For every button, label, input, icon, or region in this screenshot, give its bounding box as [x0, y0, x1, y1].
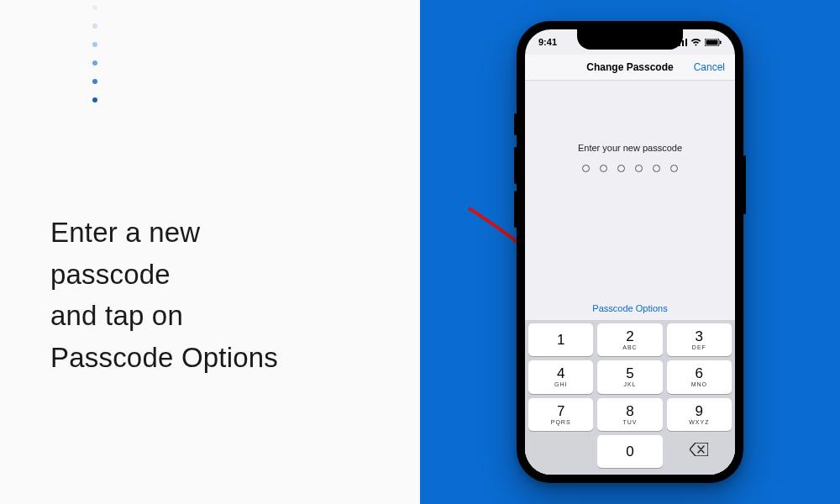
right-panel: 9:41 Change P [420, 0, 840, 504]
dot-icon [92, 97, 97, 102]
keypad-key-7[interactable]: 7PQRS [528, 398, 593, 431]
key-number: 8 [626, 404, 633, 418]
dot-icon [92, 5, 97, 10]
key-number: 9 [696, 404, 703, 418]
keypad-key-3[interactable]: 3DEF [667, 323, 732, 356]
passcode-dot-icon [670, 165, 678, 172]
nav-bar: Change Passcode Cancel [525, 55, 735, 81]
key-number: 6 [696, 366, 703, 381]
keypad-key-1[interactable]: 1 [528, 323, 593, 356]
left-panel: Enter a new passcode and tap on Passcode… [0, 0, 420, 504]
decorative-dots [92, 5, 97, 102]
mute-switch-icon [514, 113, 517, 135]
dot-icon [92, 79, 97, 84]
svg-rect-6 [720, 40, 722, 44]
key-letters: WXYZ [689, 419, 709, 425]
key-number: 2 [626, 329, 633, 344]
phone-screen: 9:41 Change P [525, 29, 735, 475]
instruction-text: Enter a new passcode and tap on Passcode… [50, 212, 278, 378]
volume-up-button-icon [514, 147, 517, 184]
key-number: 4 [557, 366, 564, 381]
passcode-dots [525, 165, 735, 172]
key-number: 7 [557, 404, 564, 418]
instruction-line: Enter a new [50, 212, 278, 254]
keypad-key-8[interactable]: 8TUV [597, 398, 662, 431]
key-number: 3 [696, 329, 703, 344]
svg-rect-2 [682, 40, 684, 46]
notch-icon [577, 29, 683, 50]
nav-title: Change Passcode [586, 61, 673, 73]
key-letters: DEF [692, 344, 706, 350]
instruction-line: Passcode Options [50, 337, 278, 379]
keypad-key-0[interactable]: 0 [597, 435, 662, 468]
svg-rect-3 [685, 39, 687, 46]
dot-icon [92, 60, 97, 66]
passcode-options-link[interactable]: Passcode Options [525, 303, 735, 313]
key-letters: TUV [622, 419, 637, 425]
volume-down-button-icon [514, 191, 517, 228]
passcode-dot-icon [582, 165, 590, 172]
key-number: 0 [626, 444, 633, 459]
passcode-dot-icon [617, 165, 625, 172]
instruction-line: passcode [50, 254, 278, 296]
key-number: 1 [557, 333, 564, 347]
key-letters: PQRS [551, 419, 571, 425]
wifi-icon [690, 39, 701, 46]
passcode-prompt: Enter your new passcode [525, 143, 735, 153]
dot-icon [92, 42, 97, 47]
instruction-line: and tap on [50, 295, 278, 337]
passcode-content: Enter your new passcode Passcode Options… [525, 81, 735, 475]
dot-icon [92, 24, 97, 29]
key-letters: ABC [622, 344, 637, 350]
keypad-key-9[interactable]: 9WXYZ [667, 398, 732, 431]
battery-icon [705, 39, 722, 46]
svg-rect-5 [706, 39, 718, 45]
keypad-key-4[interactable]: 4GHI [528, 360, 593, 393]
keypad-blank [528, 435, 593, 468]
passcode-dot-icon [635, 165, 643, 172]
keypad-key-2[interactable]: 2ABC [597, 323, 662, 356]
passcode-dot-icon [600, 165, 607, 172]
key-letters: JKL [623, 381, 636, 387]
status-time: 9:41 [538, 37, 557, 47]
numeric-keypad: 1 2ABC 3DEF 4GHI 5JKL 6MNO 7PQRS 8TUV 9W… [525, 320, 735, 475]
backspace-icon [690, 443, 708, 459]
keypad-key-6[interactable]: 6MNO [667, 360, 732, 393]
cancel-button[interactable]: Cancel [694, 61, 725, 73]
keypad-delete-button[interactable] [667, 435, 732, 468]
phone-mockup: 9:41 Change P [517, 21, 743, 483]
key-number: 5 [626, 366, 633, 381]
power-button-icon [743, 155, 746, 214]
keypad-key-5[interactable]: 5JKL [597, 360, 662, 393]
key-letters: MNO [691, 381, 707, 387]
key-letters: GHI [554, 381, 567, 387]
passcode-dot-icon [653, 165, 660, 172]
tutorial-slide: Enter a new passcode and tap on Passcode… [0, 0, 840, 504]
